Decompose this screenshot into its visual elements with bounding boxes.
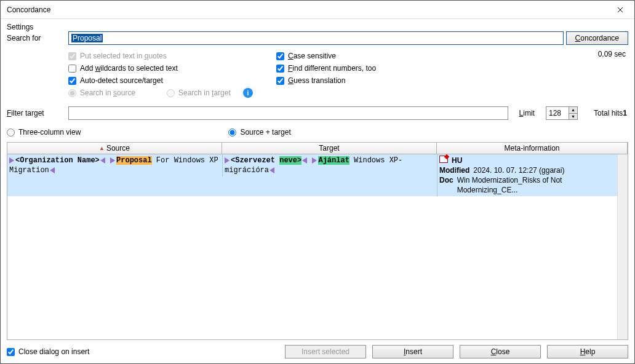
- column-header-source[interactable]: ▲Source: [7, 143, 222, 154]
- result-row[interactable]: <Organization Name> Proposal For Windows…: [7, 154, 617, 196]
- window-close-button[interactable]: [606, 1, 634, 19]
- check-find-numbers-box[interactable]: [276, 65, 284, 73]
- titlebar: Concordance: [1, 1, 634, 19]
- filter-row: Filter target Limit ▲ ▼ Total hits 1: [7, 106, 628, 120]
- check-put-quotes-box: [68, 52, 76, 60]
- radio-three-column-input[interactable]: [7, 129, 15, 136]
- radio-three-column[interactable]: Three-column view: [7, 126, 81, 138]
- settings-label-row: Settings: [7, 23, 628, 31]
- filter-target-label: Filter target: [7, 109, 68, 117]
- vertical-scrollbar[interactable]: [617, 154, 628, 339]
- window-title: Concordance: [7, 6, 50, 14]
- radio-search-source-input: [68, 89, 76, 97]
- grid-header: ▲Source Target Meta-information: [7, 143, 628, 154]
- close-button[interactable]: Close: [460, 345, 541, 358]
- dialog-body: Settings Search for Proposal Concordance…: [1, 19, 634, 363]
- radio-search-target: Search in target: [167, 87, 231, 99]
- result-meta-cell: HU Modified2024. 10. 07. 12:27 (ggarai) …: [437, 154, 617, 196]
- options-left-column: Put selected text in quotes Add wildcard…: [68, 50, 276, 99]
- footer: Close dialog on insert Insert selected I…: [7, 345, 628, 358]
- column-header-target[interactable]: Target: [222, 143, 437, 154]
- check-case-sensitive[interactable]: Case sensitive: [276, 50, 570, 62]
- check-autodetect-box[interactable]: [68, 77, 76, 85]
- sort-indicator-icon: ▲: [99, 145, 105, 151]
- search-in-radios: Search in source Search in target i: [68, 87, 276, 99]
- search-input[interactable]: Proposal: [68, 31, 564, 45]
- tag-close-icon: [100, 157, 106, 164]
- tag-open-icon: [225, 157, 231, 164]
- check-close-on-insert[interactable]: Close dialog on insert: [7, 346, 89, 358]
- limit-spin-down[interactable]: ▼: [569, 114, 577, 120]
- radio-search-source: Search in source: [68, 87, 167, 99]
- results-grid: ▲Source Target Meta-information <Organiz…: [7, 142, 628, 340]
- check-find-numbers[interactable]: Find different numbers, too: [276, 62, 570, 74]
- total-hits-label: Total hits: [594, 109, 623, 117]
- search-input-value: Proposal: [71, 34, 103, 42]
- radio-search-target-input: [167, 89, 175, 97]
- result-target-cell: <Szervezet neve> Ajánlat Windows XP-migr…: [222, 154, 437, 176]
- check-put-quotes: Put selected text in quotes: [68, 50, 276, 62]
- limit-spin-buttons[interactable]: ▲ ▼: [569, 107, 577, 119]
- check-guess-translation-box[interactable]: [276, 77, 284, 85]
- tag-open-icon: [312, 157, 318, 164]
- limit-label: Limit: [519, 109, 535, 117]
- search-for-label: Search for: [7, 34, 68, 42]
- check-add-wildcards[interactable]: Add wildcards to selected text: [68, 62, 276, 74]
- filter-target-input[interactable]: [68, 106, 508, 120]
- limit-spin-up[interactable]: ▲: [569, 107, 577, 114]
- check-close-on-insert-box[interactable]: [7, 348, 15, 356]
- concordance-window: Concordance Settings Search for Proposal…: [0, 0, 635, 364]
- result-source-cell: <Organization Name> Proposal For Windows…: [7, 154, 222, 176]
- help-button[interactable]: Help: [547, 345, 628, 358]
- tag-close-icon: [269, 167, 275, 174]
- limit-spinner[interactable]: ▲ ▼: [546, 106, 578, 120]
- flag-icon: [439, 156, 448, 163]
- radio-source-target-input[interactable]: [228, 129, 236, 136]
- options-right-column: Case sensitive Find different numbers, t…: [276, 50, 570, 99]
- options-area: Put selected text in quotes Add wildcard…: [7, 50, 628, 99]
- insert-button[interactable]: Insert: [372, 345, 453, 358]
- insert-selected-button: Insert selected: [285, 345, 366, 358]
- settings-label: Settings: [7, 23, 33, 31]
- close-icon: [617, 7, 623, 13]
- concordance-button[interactable]: Concordance: [566, 31, 628, 45]
- check-case-sensitive-box[interactable]: [276, 52, 284, 60]
- tag-close-icon: [302, 157, 308, 164]
- tag-open-icon: [9, 157, 15, 164]
- view-mode-row: Three-column view Source + target: [7, 126, 628, 138]
- check-guess-translation[interactable]: Guess translation: [276, 74, 570, 87]
- column-header-meta[interactable]: Meta-information: [437, 143, 628, 154]
- tag-open-icon: [110, 157, 116, 164]
- info-icon[interactable]: i: [243, 88, 253, 98]
- check-add-wildcards-box[interactable]: [68, 65, 76, 73]
- radio-source-target[interactable]: Source + target: [228, 126, 290, 138]
- elapsed-time: 0,09 sec: [570, 50, 628, 99]
- search-row: Search for Proposal Concordance: [7, 31, 628, 45]
- total-hits-value: 1: [623, 109, 628, 117]
- check-autodetect[interactable]: Auto-detect source/target: [68, 74, 276, 87]
- tag-close-icon: [49, 167, 55, 174]
